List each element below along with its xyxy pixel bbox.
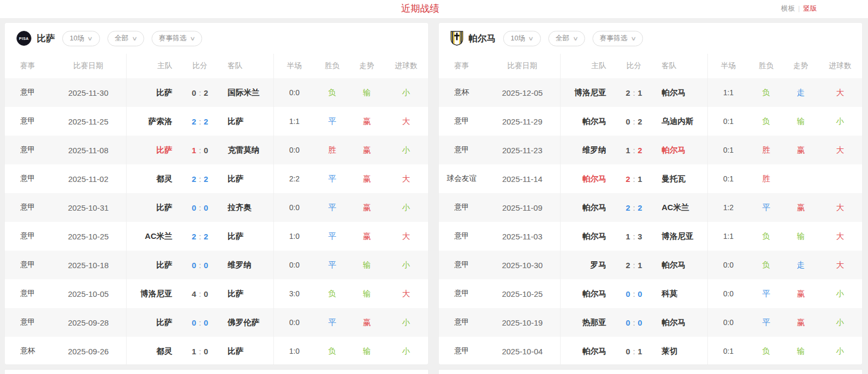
- away-team-name: 比萨: [223, 289, 273, 299]
- chevron-down-icon: ∨: [528, 35, 534, 42]
- match-row[interactable]: 意甲 2025-10-19 热那亚 0:0 帕尔马 0:0 平 赢 小: [439, 308, 862, 337]
- goals-over-under-cell: 大: [384, 231, 428, 242]
- next-section-edge: [438, 369, 863, 374]
- match-row[interactable]: 意甲 2025-11-30 比萨 0:2 国际米兰 0:0 负 输 小: [5, 78, 428, 107]
- table-column-headers: 赛事 比赛日期 主队 比分 客队 半场 胜负 走势 进球数: [439, 54, 862, 78]
- score-colon: :: [199, 174, 201, 184]
- score-colon: :: [199, 289, 201, 298]
- win-loss-cell: 胜: [315, 145, 349, 155]
- home-score: 0: [626, 117, 630, 126]
- results-table-body: 意杯 2025-12-05 博洛尼亚 2:1 帕尔马 1:1 负 走 大 意甲 …: [439, 78, 862, 365]
- match-cell: 博洛尼亚 2:1 帕尔马: [561, 78, 708, 107]
- away-score: 1: [638, 88, 642, 97]
- win-loss-cell: 平: [315, 231, 349, 242]
- league-cell: 意甲: [439, 203, 485, 212]
- away-score: 2: [638, 117, 642, 126]
- away-team-name: 乌迪内斯: [657, 117, 707, 127]
- match-row[interactable]: 意甲 2025-10-30 罗马 2:1 帕尔马 0:0 负 走 大: [439, 251, 862, 279]
- score-colon: :: [199, 146, 201, 155]
- match-row[interactable]: 意甲 2025-10-04 帕尔马 0:1 莱切 0:1 负 输 小: [439, 337, 862, 365]
- column-header-away: 客队: [223, 61, 273, 71]
- match-cell: 比萨 1:0 克雷莫纳: [127, 136, 274, 164]
- match-row[interactable]: 意杯 2025-12-05 博洛尼亚 2:1 帕尔马 1:1 负 走 大: [439, 78, 862, 107]
- matches-count-dropdown[interactable]: 10场∨: [62, 31, 100, 46]
- away-score: 0: [638, 318, 642, 327]
- layout-vertical-link[interactable]: 竖版: [803, 4, 817, 12]
- date-cell: 2025-11-29: [485, 107, 561, 136]
- scope-dropdown[interactable]: 全部∨: [548, 31, 585, 46]
- halftime-score-cell: 0:0: [274, 318, 315, 327]
- score-colon: :: [199, 347, 201, 356]
- match-row[interactable]: 球会友谊 2025-11-14 帕尔马 2:1 曼托瓦 0:1 胜: [439, 164, 862, 193]
- match-cell: 帕尔马 0:1 莱切: [561, 337, 708, 365]
- competition-filter-value: 赛事筛选: [600, 34, 628, 43]
- match-cell: 博洛尼亚 4:0 比萨: [127, 279, 274, 308]
- away-score: 1: [638, 261, 642, 270]
- score: 0:0: [177, 318, 223, 327]
- column-header-league: 赛事: [439, 61, 485, 71]
- score: 2:1: [611, 261, 657, 270]
- match-row[interactable]: 意甲 2025-10-25 AC米兰 2:2 比萨 1:0 平 赢 大: [5, 222, 428, 251]
- win-loss-cell: 负: [749, 260, 783, 270]
- score: 0:0: [611, 289, 657, 298]
- halftime-score-cell: 0:1: [708, 174, 749, 183]
- layout-horizontal-link[interactable]: 横板: [781, 4, 795, 12]
- match-row[interactable]: 意甲 2025-11-02 都灵 2:2 比萨 2:2 平 赢 大: [5, 164, 428, 193]
- match-row[interactable]: 意甲 2025-11-25 萨索洛 2:2 比萨 1:1 平 赢 大: [5, 107, 428, 136]
- league-cell: 意甲: [439, 318, 485, 327]
- match-row[interactable]: 意甲 2025-09-28 比萨 0:0 佛罗伦萨 0:0 平 赢 小: [5, 308, 428, 337]
- column-header-result: 胜负: [315, 61, 349, 71]
- away-score: 0: [204, 318, 208, 327]
- column-header-result: 胜负: [749, 61, 783, 71]
- home-team-name: 比萨: [127, 318, 177, 328]
- match-row[interactable]: 意甲 2025-11-03 帕尔马 1:3 博洛尼亚 1:1 负 输 大: [439, 222, 862, 251]
- home-score: 0: [626, 347, 630, 356]
- match-row[interactable]: 意甲 2025-10-31 比萨 0:0 拉齐奥 0:0 平 赢 小: [5, 193, 428, 222]
- away-score: 2: [204, 88, 208, 97]
- match-row[interactable]: 意甲 2025-11-08 比萨 1:0 克雷莫纳 0:0 胜 赢 小: [5, 136, 428, 164]
- scope-dropdown[interactable]: 全部∨: [107, 31, 144, 46]
- league-cell: 意杯: [5, 346, 51, 356]
- chevron-down-icon: ∨: [189, 35, 195, 42]
- match-row[interactable]: 意杯 2025-09-26 都灵 1:0 比萨 1:0 负 输 小: [5, 337, 428, 365]
- match-row[interactable]: 意甲 2025-11-23 维罗纳 1:2 帕尔马 0:1 胜 赢 大: [439, 136, 862, 164]
- match-row[interactable]: 意甲 2025-10-18 比萨 0:0 维罗纳 0:0 平 输 小: [5, 251, 428, 279]
- layout-toggle: 横板|竖版: [781, 0, 817, 18]
- goals-over-under-cell: 大: [384, 174, 428, 184]
- match-row[interactable]: 意甲 2025-11-29 帕尔马 0:2 乌迪内斯 0:1 负 输 小: [439, 107, 862, 136]
- date-cell: 2025-10-25: [51, 222, 127, 251]
- trend-cell: 赢: [783, 203, 818, 213]
- home-score: 0: [192, 318, 196, 327]
- goals-over-under-cell: 小: [818, 318, 862, 328]
- score-colon: :: [633, 88, 635, 97]
- trend-cell: 赢: [783, 318, 818, 328]
- match-row[interactable]: 意甲 2025-11-09 帕尔马 2:2 AC米兰 1:2 平 赢 大: [439, 193, 862, 222]
- next-section-edge: [4, 369, 429, 374]
- match-row[interactable]: 意甲 2025-10-05 博洛尼亚 4:0 比萨 3:0 负 输 大: [5, 279, 428, 308]
- home-team-name: 比萨: [127, 203, 177, 213]
- date-cell: 2025-10-18: [51, 251, 127, 279]
- competition-filter-dropdown[interactable]: 赛事筛选∨: [592, 31, 643, 46]
- match-cell: 帕尔马 0:2 乌迪内斯: [561, 107, 708, 136]
- away-score: 1: [638, 174, 642, 184]
- score-colon: :: [199, 88, 201, 97]
- competition-filter-dropdown[interactable]: 赛事筛选∨: [152, 31, 202, 46]
- win-loss-cell: 平: [315, 117, 349, 127]
- score-colon: :: [633, 261, 635, 270]
- home-team-name: 比萨: [127, 145, 177, 155]
- matches-count-dropdown[interactable]: 10场∨: [503, 31, 541, 46]
- halftime-score-cell: 0:0: [708, 289, 749, 298]
- goals-over-under-cell: 小: [818, 117, 862, 127]
- score-colon: :: [633, 232, 635, 241]
- away-team-name: 帕尔马: [657, 145, 707, 155]
- win-loss-cell: 平: [315, 203, 349, 213]
- away-score: 1: [638, 347, 642, 356]
- trend-cell: 赢: [349, 174, 384, 184]
- trend-cell: 输: [783, 117, 818, 127]
- match-row[interactable]: 意甲 2025-10-25 帕尔马 0:0 科莫 0:0 平 赢 小: [439, 279, 862, 308]
- column-header-match: 主队 比分 客队: [561, 54, 708, 78]
- goals-over-under-cell: 小: [818, 346, 862, 356]
- league-cell: 意杯: [439, 88, 485, 97]
- home-score: 1: [626, 146, 630, 155]
- league-cell: 意甲: [5, 318, 51, 327]
